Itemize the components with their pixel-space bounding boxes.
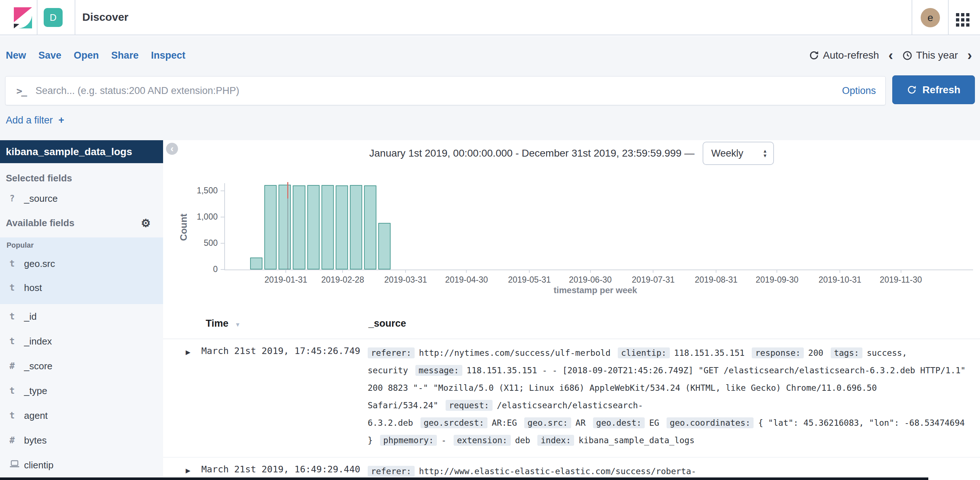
field-name-chip: index: [537,435,574,446]
user-avatar[interactable]: e [921,8,940,27]
field-item-type[interactable]: t_type [0,378,163,403]
main-content: ‹ January 1st 2019, 00:00:00.000 - Decem… [163,140,980,480]
time-back-icon[interactable]: ‹ [889,48,893,63]
x-tick-mark [405,270,406,273]
text-field-icon: t [10,386,24,396]
x-tick-label: 2019-09-30 [744,275,810,285]
histogram-bar[interactable] [364,185,376,270]
field-value: deb [515,435,530,445]
nav-link-save[interactable]: Save [38,50,62,61]
histogram-bar[interactable] [321,185,334,270]
sort-down-icon[interactable]: ▼ [235,322,241,328]
field-value: - [441,435,446,445]
field-name-chip: response: [752,348,804,358]
time-column-header[interactable]: Time [206,318,229,329]
refresh-button[interactable]: Refresh [892,75,975,104]
y-tick-mark [221,243,224,244]
x-tick-mark [716,270,716,273]
field-value: AR:EG [492,418,517,427]
plus-icon: + [59,115,64,126]
bottom-edge-strip [0,477,928,480]
histogram-bar[interactable] [336,185,348,270]
field-item-agent[interactable]: tagent [0,403,163,428]
discover-app-badge[interactable]: D [44,8,63,27]
nav-links: NewSaveOpenShareInspect [0,50,185,61]
number-field-icon: # [10,435,24,445]
auto-refresh-label: Auto-refresh [823,49,879,61]
histogram-bar[interactable] [264,185,277,270]
histogram-bar[interactable] [378,223,391,270]
x-tick-label: 2019-04-30 [434,275,499,285]
nav-link-share[interactable]: Share [111,50,139,61]
x-tick-mark [466,270,467,273]
expand-row-icon[interactable]: ▶ [186,467,190,475]
x-tick-label: 2019-06-30 [558,275,623,285]
x-tick-mark [342,270,343,273]
kibana-logo-icon[interactable] [14,7,32,29]
collapse-sidebar-button[interactable]: ‹ [166,143,178,155]
x-tick-label: 2019-10-31 [807,275,873,285]
apps-grid-icon[interactable] [956,13,971,29]
histogram-bar[interactable] [278,185,291,270]
table-row: ▶March 21st 2019, 16:49:29.440referer:ht… [163,457,980,480]
histogram-bar[interactable] [350,185,362,270]
field-item-index[interactable]: t_index [0,329,163,354]
options-button[interactable]: Options [842,85,876,97]
doc-timestamp: March 21st 2019, 17:45:26.749 [201,346,360,356]
divider [912,0,912,35]
x-axis-line [224,270,973,270]
search-row: >_ Search... (e.g. status:200 AND extens… [0,75,980,105]
add-filter-label: Add a filter [6,115,53,126]
x-tick-mark [840,270,840,273]
y-tick-mark [221,190,224,191]
field-name: geo.src [24,258,55,270]
auto-refresh-button[interactable]: Auto-refresh [809,49,879,61]
time-forward-icon[interactable]: › [967,48,972,63]
documents-table: Time ▼ _source ▶March 21st 2019, 17:45:2… [163,311,980,480]
text-field-icon: t [10,336,24,346]
field-name-chip: tags: [831,348,862,358]
selected-fields-heading: Selected fields [6,173,157,184]
add-filter-button[interactable]: Add a filter + [6,115,64,126]
nav-row: NewSaveOpenShareInspect Auto-refresh ‹ T… [0,46,980,64]
field-item-bytes[interactable]: #bytes [0,428,163,453]
refresh-button-label: Refresh [923,84,960,96]
nav-link-open[interactable]: Open [74,50,99,61]
field-settings-gear-icon[interactable]: ⚙ [141,217,151,230]
field-item-source[interactable]: ?_source [0,190,163,207]
field-name-chip: clientip: [618,348,670,358]
histogram-bar[interactable] [307,185,320,270]
search-input[interactable]: >_ Search... (e.g. status:200 AND extens… [5,76,886,105]
field-name-chip: geo.srcdest: [420,417,487,428]
field-item-geo.src[interactable]: tgeo.src [0,252,163,276]
field-name-chip: referer: [368,466,415,477]
top-bar: D Discover e [0,0,980,35]
field-item-score[interactable]: #_score [0,354,163,378]
y-tick-mark [221,217,224,217]
histogram-bar[interactable] [293,185,305,270]
index-pattern-selector[interactable]: kibana_sample_data_logs [0,140,163,163]
y-tick-label: 1,500 [170,186,218,196]
field-name: clientip [24,459,54,471]
unknown-field-icon: ? [10,193,24,204]
field-item-id[interactable]: t_id [0,304,163,329]
divider [75,0,75,35]
field-item-host[interactable]: thost [0,276,163,300]
field-name: _type [24,385,47,397]
text-field-icon: t [10,282,24,293]
page-title: Discover [82,11,129,23]
x-tick-mark [776,270,777,273]
nav-link-inspect[interactable]: Inspect [151,50,186,61]
expand-row-icon[interactable]: ▶ [186,349,190,356]
divider [37,0,38,35]
time-controls: Auto-refresh ‹ This year › [809,46,972,64]
refresh-icon [809,50,819,61]
nav-link-new[interactable]: New [6,50,26,61]
histogram-bar[interactable] [250,257,262,270]
field-name: _id [24,311,37,322]
time-range-button[interactable]: This year [902,49,958,61]
field-name-chip: referer: [368,348,415,358]
field-item-clientip[interactable]: clientip [0,453,163,477]
x-tick-label: 2019-11-30 [868,275,934,285]
x-tick-label: 2019-01-31 [253,275,318,285]
